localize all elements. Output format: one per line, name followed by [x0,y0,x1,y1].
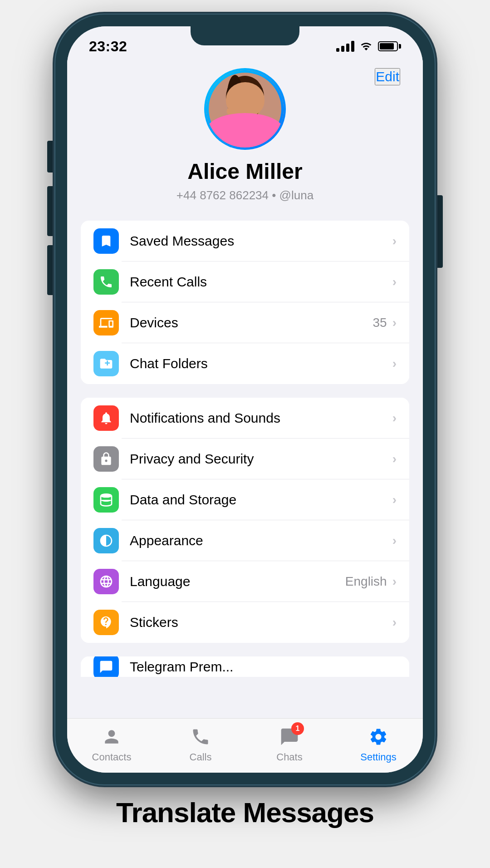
signal-icon [336,41,354,52]
mute-button [47,141,53,173]
saved-messages-label: Saved Messages [130,233,392,249]
language-item[interactable]: Language English › [81,561,409,602]
saved-messages-icon [93,228,119,254]
phone-wrapper: 23:32 [54,14,436,785]
avatar-svg [206,70,284,148]
recent-calls-label: Recent Calls [130,274,392,290]
chats-tab-icon: 1 [278,725,301,749]
partial-icon [93,656,119,677]
appearance-label: Appearance [130,533,392,548]
wifi-icon [360,39,372,54]
recent-calls-chevron: › [392,275,397,289]
avatar[interactable] [204,68,286,150]
devices-icon [93,310,119,335]
profile-name: Alice Miller [187,159,302,184]
screen-content: Edit [67,59,423,718]
tab-contacts[interactable]: Contacts [84,725,139,763]
bottom-text: Translate Messages [116,796,374,829]
data-storage-chevron: › [392,493,397,507]
svg-point-7 [225,104,240,117]
devices-value: 35 [373,316,387,330]
settings-tab-icon [367,725,390,749]
appearance-item[interactable]: Appearance › [81,520,409,561]
saved-messages-chevron: › [392,234,397,248]
profile-username: @luna [279,188,314,202]
profile-section: Edit [67,59,423,221]
volume-up-button [47,186,53,236]
partial-group: Telegram Prem... [81,656,409,677]
stickers-chevron: › [392,615,397,630]
recent-calls-icon [93,269,119,295]
status-time: 23:32 [89,38,127,55]
svg-point-4 [249,79,261,116]
phone-frame: 23:32 [54,14,436,785]
notifications-icon [93,405,119,431]
stickers-icon [93,610,119,635]
data-storage-item[interactable]: Data and Storage › [81,479,409,520]
signal-bar-4 [351,41,354,52]
status-icons [336,39,401,54]
tab-chats[interactable]: 1 Chats [262,725,317,763]
notifications-item[interactable]: Notifications and Sounds › [81,398,409,439]
signal-bar-2 [341,46,344,52]
devices-label: Devices [130,315,373,330]
saved-messages-item[interactable]: Saved Messages › [81,221,409,261]
calls-tab-label: Calls [190,751,212,763]
signal-bar-3 [346,44,349,52]
chat-folders-label: Chat Folders [130,356,392,371]
avatar-image [206,70,284,148]
volume-down-button [47,245,53,295]
appearance-chevron: › [392,533,397,548]
recent-calls-item[interactable]: Recent Calls › [81,261,409,302]
settings-tab-label: Settings [360,751,397,763]
contacts-tab-icon [100,725,123,749]
stickers-item[interactable]: Stickers › [81,602,409,643]
menu-section-1: Saved Messages › Recent Calls › [67,221,423,384]
tab-bar: Contacts Calls 1 Chats [67,718,423,773]
privacy-chevron: › [392,452,397,466]
devices-item[interactable]: Devices 35 › [81,302,409,343]
language-label: Language [130,574,345,589]
tab-calls[interactable]: Calls [173,725,228,763]
status-bar: 23:32 [67,26,423,59]
privacy-item[interactable]: Privacy and Security › [81,439,409,479]
data-storage-label: Data and Storage [130,492,392,508]
notifications-chevron: › [392,411,397,425]
edit-button[interactable]: Edit [375,68,400,85]
menu-group-1: Saved Messages › Recent Calls › [81,221,409,384]
signal-bar-1 [336,48,339,52]
calls-tab-icon [189,725,212,749]
svg-point-2 [229,86,261,123]
profile-separator: • [272,188,279,202]
chat-folders-item[interactable]: Chat Folders › [81,343,409,384]
profile-info: +44 8762 862234 • @luna [176,188,314,202]
partial-item[interactable]: Telegram Prem... [81,656,409,677]
chats-badge: 1 [291,722,304,735]
chat-folders-icon [93,351,119,376]
language-value: English [345,574,387,589]
svg-point-5 [218,129,272,148]
tab-settings[interactable]: Settings [351,725,406,763]
chat-folders-chevron: › [392,356,397,371]
profile-phone: +44 8762 862234 [176,188,269,202]
svg-point-11 [250,103,251,104]
phone-screen: 23:32 [67,26,423,773]
stickers-label: Stickers [130,615,392,630]
battery-icon [378,41,401,51]
language-icon [93,569,119,594]
appearance-icon [93,528,119,553]
data-storage-icon [93,487,119,513]
privacy-icon [93,446,119,472]
notch [191,26,299,45]
svg-point-8 [238,102,242,107]
privacy-label: Privacy and Security [130,451,392,467]
devices-chevron: › [392,316,397,330]
svg-rect-6 [241,120,249,132]
contacts-tab-label: Contacts [92,751,132,763]
menu-group-2: Notifications and Sounds › Privacy and S… [81,398,409,643]
menu-section-2: Notifications and Sounds › Privacy and S… [67,398,423,643]
language-chevron: › [392,574,397,589]
power-button [437,195,443,268]
svg-point-9 [248,102,252,107]
chats-tab-label: Chats [276,751,302,763]
